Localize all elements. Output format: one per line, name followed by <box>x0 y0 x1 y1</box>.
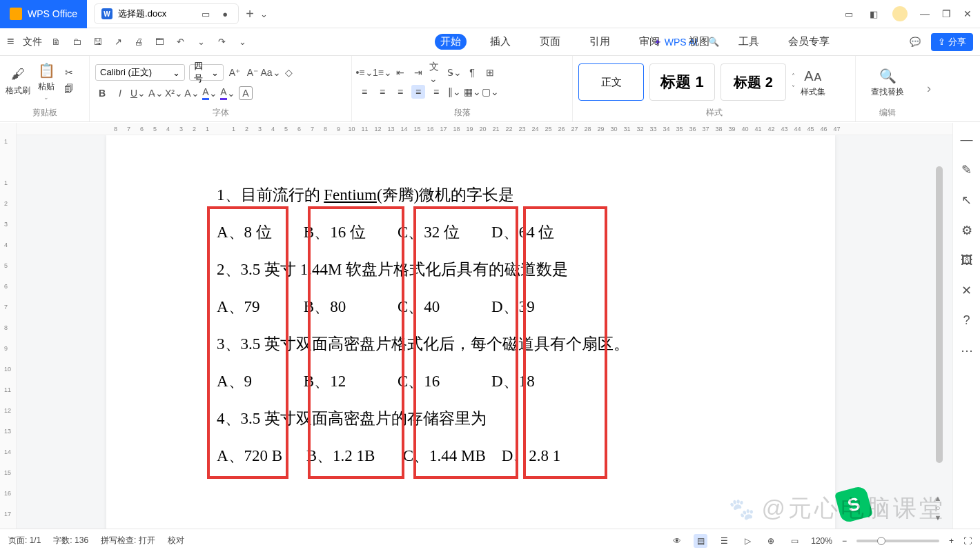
find-replace-button[interactable]: 🔍查找替换 <box>871 67 904 98</box>
copy-icon[interactable]: 🗐 <box>62 82 76 96</box>
export-icon[interactable]: ↗ <box>112 36 125 48</box>
text-span[interactable]: Fentium <box>324 186 377 204</box>
close-window-button[interactable]: ✕ <box>963 8 972 19</box>
scroll-arrows[interactable]: ▲○▼ <box>933 494 943 522</box>
vertical-scrollbar[interactable] <box>936 166 943 463</box>
tab-reference[interactable]: 引用 <box>584 34 616 50</box>
tab-close-icon[interactable]: ● <box>219 8 231 20</box>
document-content[interactable]: 1、目前流行的 Fentium(奔腾)微机的字长是A、8 位 B、16 位 C、… <box>106 135 835 502</box>
line-break-icon[interactable]: ¶ <box>465 66 479 79</box>
eye-icon[interactable]: 👁 <box>670 534 684 548</box>
tab-tools[interactable]: 工具 <box>733 34 765 50</box>
status-spell[interactable]: 拼写检查: 打开 <box>101 535 155 546</box>
text-span[interactable]: 1、目前流行的 <box>217 186 324 204</box>
increase-indent-icon[interactable]: ⇥ <box>411 66 425 79</box>
align-justify-icon[interactable]: ≡ <box>411 85 425 99</box>
cube-icon[interactable]: ◧ <box>868 8 880 20</box>
align-left-icon[interactable]: ≡ <box>357 85 371 99</box>
more-icon[interactable]: ⋯ <box>961 343 973 358</box>
superscript-icon[interactable]: X²⌄ <box>167 86 181 100</box>
app-tab[interactable]: WPS Office <box>0 0 87 28</box>
text-effects-icon[interactable]: A⌄ <box>185 86 199 100</box>
change-case-icon[interactable]: Aa⌄ <box>264 66 277 79</box>
new-tab-dropdown-icon[interactable]: ⌄ <box>258 8 271 20</box>
outline-view-icon[interactable]: ☰ <box>717 534 731 548</box>
open-folder-icon[interactable]: 🗀 <box>71 36 84 48</box>
reader-icon[interactable]: ▭ <box>843 8 855 20</box>
chat-icon[interactable]: 💬 <box>909 36 921 48</box>
font-size-select[interactable]: 四号⌄ <box>189 64 224 81</box>
status-page[interactable]: 页面: 1/1 <box>8 535 41 546</box>
shrink-font-icon[interactable]: A⁻ <box>246 66 259 79</box>
reading-view-icon[interactable]: ▭ <box>787 534 801 548</box>
gallery-icon[interactable]: 🖼 <box>961 253 973 268</box>
font-name-select[interactable]: Calibri (正文)⌄ <box>95 64 185 81</box>
tab-start[interactable]: 开始 <box>435 34 467 50</box>
borders-icon[interactable]: ▢⌄ <box>483 85 497 99</box>
undo-dropdown-icon[interactable]: ⌄ <box>195 36 208 48</box>
ribbon-next-button[interactable]: › <box>919 56 939 121</box>
zoom-thumb[interactable] <box>877 537 885 545</box>
tab-review[interactable]: 审阅 <box>634 34 665 50</box>
shading-icon[interactable]: ▦⌄ <box>465 85 479 99</box>
status-zoom[interactable]: 120% <box>811 536 832 546</box>
zoom-slider[interactable] <box>856 540 939 542</box>
share-button[interactable]: ⇪分享 <box>931 33 973 51</box>
avatar[interactable] <box>892 6 908 21</box>
minimize-button[interactable]: — <box>920 8 930 19</box>
grow-font-icon[interactable]: A⁺ <box>228 66 242 79</box>
side-collapse-icon[interactable]: — <box>961 132 973 147</box>
tab-page[interactable]: 页面 <box>534 34 566 50</box>
italic-icon[interactable]: I <box>113 86 127 100</box>
sort-icon[interactable]: S̵⌄ <box>447 66 461 79</box>
file-menu[interactable]: 文件 <box>23 36 42 48</box>
maximize-button[interactable]: ❐ <box>942 8 951 19</box>
style-gallery-scroll[interactable]: ˄˅ <box>792 72 795 92</box>
distribute-icon[interactable]: ≡ <box>429 85 443 99</box>
document-tab[interactable]: W 选择题.docx ▭ ● <box>94 3 239 24</box>
paste-button[interactable]: 📋粘贴⌄ <box>37 61 55 101</box>
styleset-button[interactable]: Aᴀ样式集 <box>801 67 825 98</box>
bold-icon[interactable]: B <box>95 86 109 100</box>
strikethrough-icon[interactable]: A̵⌄ <box>149 86 163 100</box>
zoom-in-icon[interactable]: + <box>949 536 954 546</box>
status-words[interactable]: 字数: 136 <box>53 535 88 546</box>
underline-icon[interactable]: U⌄ <box>131 86 145 100</box>
hamburger-icon[interactable]: ≡ <box>7 34 14 49</box>
zoom-out-icon[interactable]: − <box>842 536 847 546</box>
numbering-icon[interactable]: 1≡⌄ <box>375 66 389 79</box>
new-tab-button[interactable]: + <box>246 6 254 22</box>
style-heading1[interactable]: 标题 1 <box>649 63 715 101</box>
page-view-icon[interactable]: ▤ <box>694 534 707 548</box>
redo-icon[interactable]: ↷ <box>216 36 228 48</box>
print-preview-icon[interactable]: 🗔 <box>154 36 166 48</box>
char-shading-icon[interactable]: A <box>239 86 253 100</box>
undo-icon[interactable]: ↶ <box>175 36 187 48</box>
font-color-icon[interactable]: A⌄ <box>221 86 235 100</box>
tab-window-icon[interactable]: ▭ <box>199 8 212 20</box>
new-file-icon[interactable]: 🗎 <box>50 36 63 48</box>
show-marks-icon[interactable]: ⊞ <box>483 66 497 79</box>
text-span[interactable]: (奔腾)微机的字长是 <box>377 186 514 204</box>
align-right-icon[interactable]: ≡ <box>393 85 407 99</box>
align-center-icon[interactable]: ≡ <box>375 85 389 99</box>
tools-icon[interactable]: ✕ <box>961 283 972 298</box>
text-direction-icon[interactable]: 文⌄ <box>429 66 443 79</box>
more-qa-icon[interactable]: ⌄ <box>237 36 249 48</box>
cut-icon[interactable]: ✂ <box>62 66 76 79</box>
play-icon[interactable]: ▷ <box>741 534 754 548</box>
format-painter-button[interactable]: 🖌格式刷 <box>6 66 30 97</box>
help-icon[interactable]: ? <box>963 313 970 328</box>
page-viewport[interactable]: 1、目前流行的 Fentium(奔腾)微机的字长是A、8 位 B、16 位 C、… <box>17 135 943 529</box>
pencil-icon[interactable]: ✎ <box>961 162 972 177</box>
web-view-icon[interactable]: ⊕ <box>764 534 778 548</box>
decrease-indent-icon[interactable]: ⇤ <box>393 66 407 79</box>
horizontal-ruler[interactable]: 8765432112345678910111213141516171819202… <box>17 123 952 135</box>
tab-view[interactable]: 视图 <box>683 34 715 50</box>
highlight-icon[interactable]: A⌄ <box>203 86 217 100</box>
save-icon[interactable]: 🖫 <box>92 36 104 48</box>
status-proof[interactable]: 校对 <box>168 535 184 546</box>
clear-format-icon[interactable]: ◇ <box>282 66 295 79</box>
vertical-ruler[interactable]: 1123456789101112131415161718 <box>0 123 17 529</box>
tab-insert[interactable]: 插入 <box>484 34 516 50</box>
